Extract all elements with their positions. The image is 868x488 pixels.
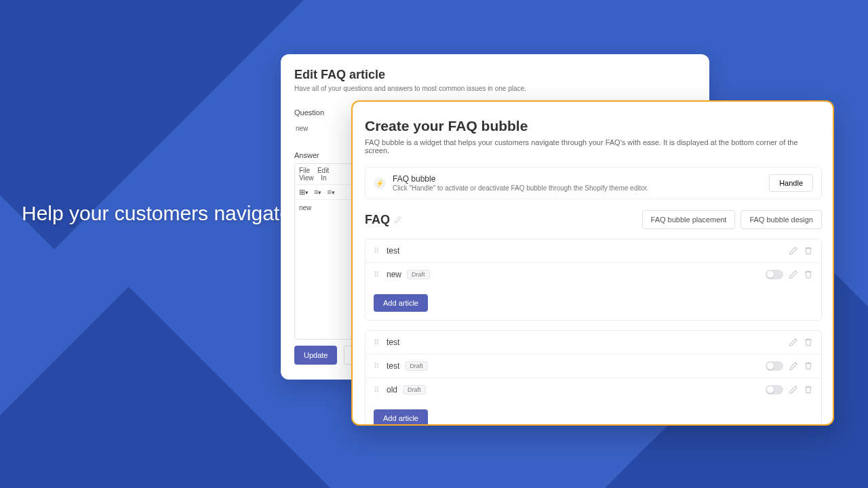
drag-handle-icon[interactable]: ⠿: [374, 338, 380, 347]
drag-handle-icon[interactable]: ⠿: [374, 270, 380, 279]
info-title: FAQ bubble: [393, 174, 762, 184]
handle-button[interactable]: Handle: [769, 174, 813, 192]
page-subtitle: FAQ bubble is a widget that helps your c…: [365, 138, 822, 155]
tab-design[interactable]: FAQ bubble design: [741, 210, 822, 229]
publish-toggle[interactable]: [766, 270, 783, 279]
trash-icon[interactable]: [804, 270, 813, 279]
article-row[interactable]: ⠿ old Draft: [366, 378, 821, 401]
edit-icon[interactable]: [789, 338, 798, 347]
edit-icon[interactable]: [394, 216, 402, 224]
section-heading: FAQ: [365, 213, 402, 227]
article-name: test: [387, 361, 399, 371]
article-name: old: [387, 385, 397, 394]
edit-icon[interactable]: [789, 361, 798, 371]
answer-editor[interactable]: File Edit View In ⊞▾ ≡▾ ≡▾ new: [294, 163, 353, 340]
faq-section: ⠿ test ⠿ new Draft Add article: [365, 239, 822, 321]
tab-placement[interactable]: FAQ bubble placement: [642, 210, 736, 229]
editor-menu[interactable]: File Edit View In: [295, 164, 352, 185]
page-title: Edit FAQ article: [294, 68, 696, 82]
bolt-icon: ⚡: [374, 177, 386, 189]
page-subtitle: Have all of your questions and answers t…: [294, 85, 696, 92]
publish-toggle[interactable]: [766, 385, 783, 394]
drag-handle-icon[interactable]: ⠿: [374, 386, 380, 394]
trash-icon[interactable]: [804, 361, 813, 371]
draft-badge: Draft: [405, 361, 428, 371]
section-name: test: [387, 338, 399, 347]
menu-file[interactable]: File: [299, 167, 310, 174]
article-row[interactable]: ⠿ test Draft: [366, 354, 821, 378]
section-name: test: [387, 246, 399, 256]
edit-icon[interactable]: [789, 246, 798, 256]
article-name: new: [387, 270, 401, 279]
faq-section: ⠿ test ⠿ test Draft ⠿ old Draft: [365, 330, 822, 426]
trash-icon[interactable]: [804, 246, 813, 256]
article-row[interactable]: ⠿ new Draft: [366, 262, 821, 286]
editor-body[interactable]: new: [295, 200, 352, 216]
update-button[interactable]: Update: [294, 346, 337, 365]
menu-view[interactable]: View: [299, 174, 314, 182]
section-row[interactable]: ⠿ test: [366, 239, 821, 262]
edit-icon[interactable]: [789, 270, 798, 279]
draft-badge: Draft: [403, 385, 426, 394]
add-article-button[interactable]: Add article: [374, 294, 428, 312]
faq-bubble-panel: Create your FAQ bubble FAQ bubble is a w…: [351, 100, 834, 426]
edit-icon[interactable]: [789, 385, 798, 394]
info-desc: Click "Handle" to activate or deactivate…: [393, 184, 762, 192]
menu-edit[interactable]: Edit: [317, 167, 329, 174]
info-callout: ⚡ FAQ bubble Click "Handle" to activate …: [365, 167, 822, 199]
list-ol-icon[interactable]: ≡▾: [314, 188, 321, 197]
page-title: Create your FAQ bubble: [365, 118, 822, 134]
publish-toggle[interactable]: [766, 361, 783, 371]
list-ul-icon[interactable]: ≡▾: [327, 188, 334, 197]
drag-handle-icon[interactable]: ⠿: [374, 247, 380, 256]
menu-insert[interactable]: In: [321, 174, 326, 182]
section-row[interactable]: ⠿ test: [366, 331, 821, 354]
drag-handle-icon[interactable]: ⠿: [374, 362, 380, 371]
add-article-button[interactable]: Add article: [374, 409, 428, 426]
draft-badge: Draft: [407, 270, 430, 279]
trash-icon[interactable]: [804, 385, 813, 394]
editor-toolbar[interactable]: ⊞▾ ≡▾ ≡▾: [295, 185, 352, 200]
trash-icon[interactable]: [804, 338, 813, 347]
table-icon[interactable]: ⊞▾: [299, 188, 309, 197]
